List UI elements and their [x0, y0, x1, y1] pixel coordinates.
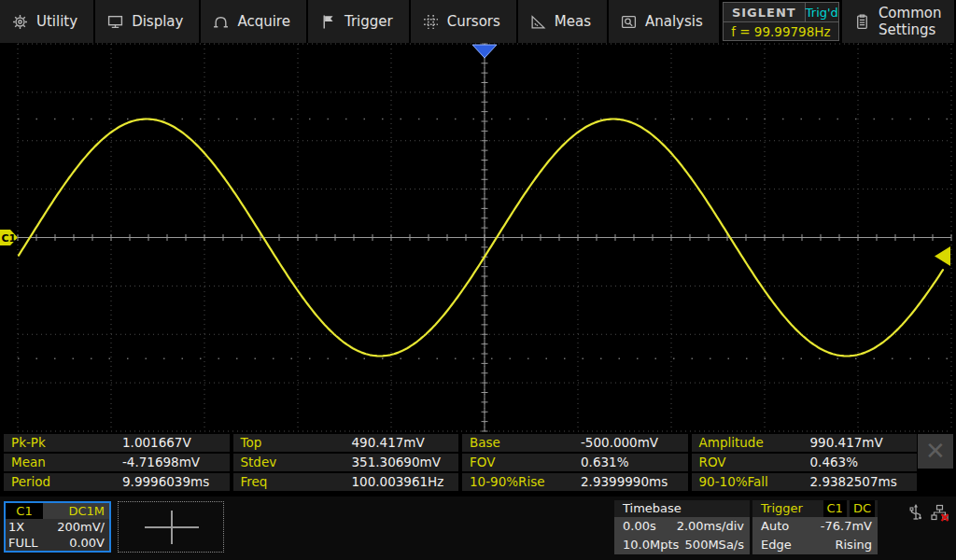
- measurement-cell-top: Top 490.417mV: [233, 434, 459, 452]
- measurement-label: ROV: [699, 455, 726, 469]
- menu-utility-label: Utility: [36, 13, 77, 30]
- measurement-label: Freq: [241, 474, 268, 489]
- measurement-cell-base: Base -500.000mV: [462, 434, 688, 452]
- menu-trigger[interactable]: Trigger: [308, 0, 409, 43]
- measurement-value: 2.9382507ms: [810, 474, 897, 489]
- measurement-cell-freq: Freq 100.003961Hz: [233, 473, 459, 491]
- trigger-position-marker[interactable]: [472, 45, 497, 58]
- ruler-icon: [530, 14, 546, 30]
- measurement-label: Mean: [11, 455, 46, 469]
- trigger-coupling-chip: DC: [850, 500, 875, 517]
- menu-common-settings[interactable]: Common Settings: [842, 0, 954, 43]
- siglent-logo: SIGLENT: [724, 3, 806, 21]
- measurement-cell-rise: 10-90%Rise 2.9399990ms: [462, 473, 688, 491]
- timebase-samplerate: 500MSa/s: [679, 536, 744, 554]
- trigger-source-chip: C1: [823, 500, 847, 517]
- measurement-cell-period: Period 9.9996039ms: [4, 473, 230, 491]
- lan-disconnected-icon[interactable]: [931, 504, 949, 525]
- measurement-value: 990.417mV: [810, 435, 883, 450]
- channel1-coupling: DC1M: [43, 503, 109, 519]
- measurement-label: 90-10%Fall: [699, 474, 768, 489]
- measurement-value: 490.417mV: [352, 435, 425, 450]
- measurement-cell-pkpk: Pk-Pk 1.001667V: [4, 434, 230, 452]
- menu-bar: Utility Display Acquire Trigger Cursors: [0, 0, 956, 43]
- grid-icon: [423, 14, 439, 30]
- menu-display-label: Display: [132, 13, 183, 30]
- menu-display[interactable]: Display: [95, 0, 199, 43]
- trigger-status-badge: Trig'd: [806, 3, 838, 21]
- trigger-level: -76.7mV: [789, 517, 872, 536]
- channel1-offset: 0.00V: [37, 535, 109, 551]
- center-axes: [18, 44, 951, 431]
- arch-icon: [213, 14, 229, 30]
- measurement-label: Pk-Pk: [11, 435, 46, 450]
- channel1-descriptor-box[interactable]: C1 DC1M 1X 200mV/ FULL 0.00V: [4, 501, 111, 553]
- status-icons: [907, 504, 949, 525]
- menu-acquire[interactable]: Acquire: [201, 0, 306, 43]
- trigger-title: Trigger: [761, 500, 821, 517]
- measurement-value: 9.9996039ms: [122, 474, 209, 489]
- trigger-mode: Auto: [761, 517, 789, 536]
- usb-icon[interactable]: [907, 504, 924, 525]
- measurement-cell-mean: Mean -4.71698mV: [4, 454, 230, 471]
- measurement-value: 100.003961Hz: [352, 474, 444, 489]
- channel1-probe: 1X: [6, 519, 24, 535]
- menu-common-settings-label: Common Settings: [879, 5, 945, 38]
- measurement-label: FOV: [470, 455, 495, 469]
- menu-acquire-label: Acquire: [237, 13, 290, 30]
- timebase-delay: 0.00s: [623, 517, 656, 536]
- magnifier-icon: [621, 14, 637, 30]
- measurement-value: 2.9399990ms: [581, 474, 668, 489]
- measurement-close-button[interactable]: ✕: [918, 434, 953, 469]
- plus-icon: [171, 511, 173, 544]
- gear-icon: [12, 14, 28, 30]
- waveform-plot: C1: [0, 43, 956, 433]
- timebase-scale: 2.00ms/div: [656, 517, 744, 536]
- clipboard-icon: [854, 14, 870, 30]
- menu-analysis-label: Analysis: [645, 13, 703, 30]
- flag-icon: [320, 14, 336, 30]
- measurement-table: Pk-Pk 1.001667V Top 490.417mV Base -500.…: [4, 434, 917, 493]
- measurement-label: Amplitude: [699, 435, 764, 450]
- measurement-cell-fov: FOV 0.631%: [462, 454, 688, 471]
- oscilloscope-screen: Utility Display Acquire Trigger Cursors: [0, 0, 956, 560]
- measurement-row: Period 9.9996039ms Freq 100.003961Hz 10-…: [4, 473, 917, 491]
- status-bar: C1 DC1M 1X 200mV/ FULL 0.00V Timebase 0.…: [0, 497, 956, 560]
- brand-status-box: SIGLENT Trig'd f = 99.99798Hz: [723, 2, 839, 41]
- waveform-display[interactable]: C1: [0, 43, 956, 433]
- timebase-memory: 10.0Mpts: [623, 536, 679, 554]
- measurement-value: 1.001667V: [122, 435, 191, 450]
- measurement-value: -500.000mV: [581, 435, 658, 450]
- channel1-scale: 200mV/: [24, 519, 109, 535]
- measurement-label: Top: [241, 435, 262, 450]
- measurement-label: 10-90%Rise: [470, 474, 545, 489]
- measurement-label: Stdev: [241, 455, 277, 469]
- menu-analysis[interactable]: Analysis: [609, 0, 719, 43]
- svg-text:C1: C1: [2, 232, 17, 245]
- menu-meas[interactable]: Meas: [518, 0, 607, 43]
- empty-channel-slot[interactable]: [118, 501, 224, 553]
- channel-zero-marker[interactable]: C1: [0, 230, 18, 245]
- measurement-row: Pk-Pk 1.001667V Top 490.417mV Base -500.…: [4, 434, 917, 452]
- measurement-cell-rov: ROV 0.463%: [692, 454, 918, 471]
- frequency-readout: f = 99.99798Hz: [724, 22, 838, 40]
- channel1-name-chip: C1: [6, 503, 43, 519]
- timebase-title: Timebase: [614, 500, 750, 517]
- menu-meas-label: Meas: [555, 13, 591, 30]
- trigger-type: Edge: [761, 536, 792, 554]
- measurement-cell-fall: 90-10%Fall 2.9382507ms: [692, 473, 918, 491]
- menu-trigger-label: Trigger: [344, 13, 393, 30]
- trigger-level-marker[interactable]: [935, 246, 950, 266]
- timebase-descriptor-box[interactable]: Timebase 0.00s 2.00ms/div 10.0Mpts 500MS…: [614, 500, 750, 554]
- trigger-descriptor-box[interactable]: Trigger C1 DC Auto -76.7mV Edge Rising: [752, 500, 878, 554]
- measurement-label: Base: [470, 435, 500, 450]
- monitor-icon: [107, 14, 123, 30]
- measurement-label: Period: [11, 474, 50, 489]
- channel1-bandwidth: FULL: [6, 535, 37, 551]
- menu-utility[interactable]: Utility: [0, 0, 93, 43]
- measurement-cell-stdev: Stdev 351.30690mV: [233, 454, 459, 471]
- menu-cursors[interactable]: Cursors: [411, 0, 516, 43]
- measurement-value: 351.30690mV: [352, 455, 441, 469]
- measurement-cell-amplitude: Amplitude 990.417mV: [692, 434, 918, 452]
- measurement-value: -4.71698mV: [122, 455, 200, 469]
